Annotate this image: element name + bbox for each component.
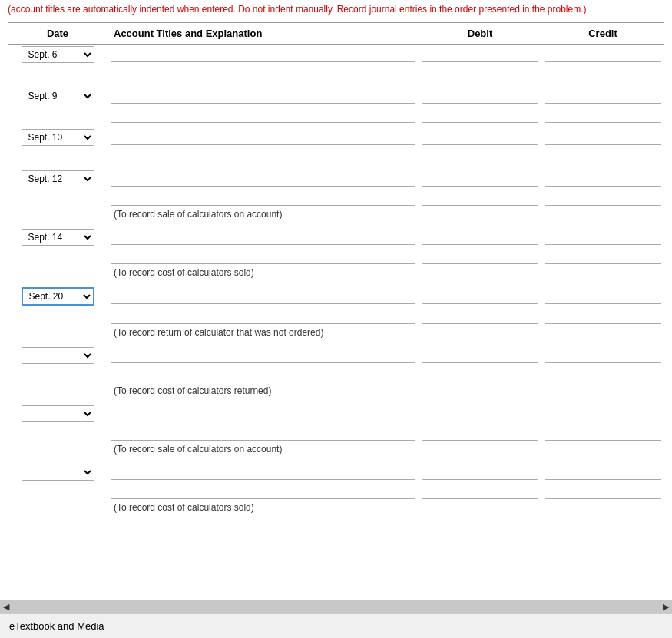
account-title-input[interactable]: [111, 309, 415, 324]
credit-input[interactable]: [545, 107, 661, 123]
debit-cell: [419, 127, 541, 147]
date-select-entry8[interactable]: Sept. 6Sept. 9Sept. 10Sept. 12Sept. 14Se…: [22, 405, 94, 422]
debit-cell: [419, 169, 541, 189]
credit-input[interactable]: [545, 88, 661, 104]
credit-input[interactable]: [545, 66, 661, 81]
account-title-input[interactable]: [111, 88, 415, 104]
debit-input[interactable]: [422, 289, 538, 304]
credit-input[interactable]: [545, 230, 661, 245]
credit-input[interactable]: [545, 130, 661, 145]
account-title-input[interactable]: [111, 249, 415, 264]
debit-input[interactable]: [422, 190, 538, 206]
credit-input[interactable]: [545, 464, 661, 480]
account-title-input[interactable]: [111, 230, 415, 245]
debit-cell: [419, 286, 541, 307]
date-select-entry6[interactable]: Sept. 6Sept. 9Sept. 10Sept. 12Sept. 14Se…: [22, 287, 94, 306]
explanation-text: (To record sale of calculators on accoun…: [108, 207, 664, 224]
account-cell: [108, 462, 419, 482]
account-cell: [108, 86, 419, 106]
debit-input[interactable]: [422, 484, 538, 499]
debit-input[interactable]: [422, 47, 538, 62]
account-cell: [108, 169, 419, 189]
explanation-date-empty: [8, 442, 108, 459]
debit-input[interactable]: [422, 348, 538, 363]
credit-cell: [541, 286, 664, 307]
debit-input[interactable]: [422, 171, 538, 187]
date-cell: Sept. 6Sept. 9Sept. 10Sept. 12Sept. 14Se…: [8, 462, 108, 482]
credit-input[interactable]: [545, 249, 661, 264]
date-select-entry4[interactable]: Sept. 6Sept. 9Sept. 10Sept. 12Sept. 14Se…: [22, 170, 94, 187]
credit-input[interactable]: [545, 47, 661, 62]
account-title-input[interactable]: [111, 464, 415, 480]
account-title-input[interactable]: [111, 190, 415, 206]
account-title-input[interactable]: [111, 425, 415, 441]
credit-input[interactable]: [545, 190, 661, 206]
journal-table: Date Account Titles and Explanation Debi…: [8, 22, 664, 521]
debit-input[interactable]: [422, 107, 538, 123]
col-header-credit: Credit: [541, 22, 664, 44]
date-select-entry1[interactable]: Sept. 6Sept. 9Sept. 10Sept. 12Sept. 14Se…: [22, 46, 94, 63]
account-cell: [108, 247, 419, 266]
date-select-entry9[interactable]: Sept. 6Sept. 9Sept. 10Sept. 12Sept. 14Se…: [22, 464, 94, 481]
debit-input[interactable]: [422, 249, 538, 264]
scroll-right-arrow[interactable]: ▶: [663, 602, 669, 612]
date-select-entry2[interactable]: Sept. 6Sept. 9Sept. 10Sept. 12Sept. 14Se…: [22, 88, 94, 104]
table-row: Sept. 6Sept. 9Sept. 10Sept. 12Sept. 14Se…: [8, 286, 664, 307]
explanation-row: (To record cost of calculators sold): [8, 501, 664, 517]
scroll-left-arrow[interactable]: ◀: [3, 602, 9, 612]
date-select-entry5[interactable]: Sept. 6Sept. 9Sept. 10Sept. 12Sept. 14Se…: [22, 229, 94, 246]
date-cell: Sept. 6Sept. 9Sept. 10Sept. 12Sept. 14Se…: [8, 169, 108, 189]
account-title-input[interactable]: [111, 66, 415, 81]
debit-input[interactable]: [422, 66, 538, 81]
account-title-input[interactable]: [111, 348, 415, 363]
credit-input[interactable]: [545, 309, 661, 324]
debit-input[interactable]: [422, 464, 538, 480]
date-select-entry3[interactable]: Sept. 6Sept. 9Sept. 10Sept. 12Sept. 14Se…: [22, 129, 94, 146]
account-title-input[interactable]: [111, 130, 415, 145]
scrollbar[interactable]: ◀ ▶: [0, 600, 672, 613]
account-title-input[interactable]: [111, 406, 415, 421]
credit-cell: [541, 169, 664, 189]
credit-input[interactable]: [545, 367, 661, 382]
credit-input[interactable]: [545, 406, 661, 421]
debit-input[interactable]: [422, 88, 538, 104]
table-header-row: Date Account Titles and Explanation Debi…: [8, 22, 664, 44]
account-title-input[interactable]: [111, 367, 415, 382]
col-header-account: Account Titles and Explanation: [108, 22, 419, 44]
credit-input[interactable]: [545, 171, 661, 187]
account-cell: [108, 365, 419, 384]
debit-cell: [419, 424, 541, 442]
explanation-date-empty: [8, 326, 108, 342]
account-cell: [108, 106, 419, 124]
debit-input[interactable]: [422, 149, 538, 164]
debit-input[interactable]: [422, 230, 538, 245]
account-title-input[interactable]: [111, 171, 415, 187]
date-cell-empty: [8, 106, 108, 124]
date-select-entry7[interactable]: Sept. 6Sept. 9Sept. 10Sept. 12Sept. 14Se…: [22, 347, 94, 364]
account-title-input[interactable]: [111, 107, 415, 123]
credit-input[interactable]: [545, 149, 661, 164]
account-title-input[interactable]: [111, 484, 415, 499]
debit-input[interactable]: [422, 406, 538, 421]
account-title-input[interactable]: [111, 289, 415, 304]
table-row: Sept. 6Sept. 9Sept. 10Sept. 12Sept. 14Se…: [8, 345, 664, 365]
table-row: Sept. 6Sept. 9Sept. 10Sept. 12Sept. 14Se…: [8, 127, 664, 147]
credit-input[interactable]: [545, 348, 661, 363]
journal-container: Date Account Titles and Explanation Debi…: [0, 22, 672, 597]
debit-input[interactable]: [422, 425, 538, 441]
credit-cell: [541, 86, 664, 106]
debit-cell: [419, 106, 541, 124]
credit-input[interactable]: [545, 289, 661, 304]
credit-input[interactable]: [545, 425, 661, 441]
debit-input[interactable]: [422, 309, 538, 324]
date-cell: Sept. 6Sept. 9Sept. 10Sept. 12Sept. 14Se…: [8, 44, 108, 64]
credit-cell: [541, 307, 664, 326]
account-title-input[interactable]: [111, 47, 415, 62]
date-cell: Sept. 6Sept. 9Sept. 10Sept. 12Sept. 14Se…: [8, 345, 108, 365]
account-title-input[interactable]: [111, 149, 415, 164]
explanation-row: (To record sale of calculators on accoun…: [8, 442, 664, 459]
debit-input[interactable]: [422, 130, 538, 145]
credit-input[interactable]: [545, 484, 661, 499]
debit-input[interactable]: [422, 367, 538, 382]
date-cell: Sept. 6Sept. 9Sept. 10Sept. 12Sept. 14Se…: [8, 127, 108, 147]
